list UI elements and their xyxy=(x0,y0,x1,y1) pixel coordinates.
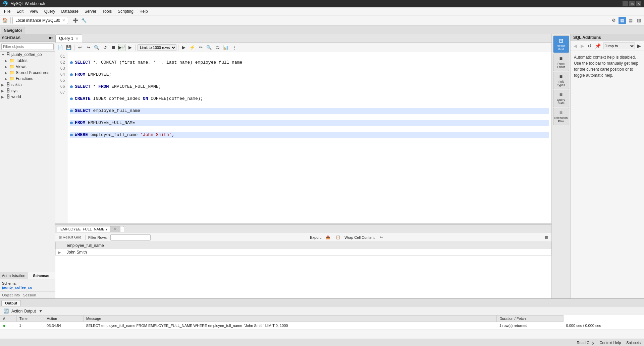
result-th-employee-full-name: employee_full_name xyxy=(64,242,551,249)
tree-item-stored-procedures[interactable]: ▶ 📁 Stored Procedures xyxy=(0,70,55,76)
tree-item-functions[interactable]: ▶ 📁 Functions xyxy=(0,76,55,82)
form-editor-label: FormEditor xyxy=(557,62,565,69)
tab-administration[interactable]: Administration xyxy=(0,272,28,279)
filter-rows-label: Filter Rows: xyxy=(88,235,108,239)
code-content[interactable]: SELECT *, CONCAT (first_name, ' ', last_… xyxy=(67,52,551,223)
table-row[interactable]: ▶ John Smith xyxy=(56,249,551,256)
schema-inspector-button[interactable]: 🗂 xyxy=(214,44,221,51)
tree-item-tables[interactable]: ▶ 📁 Tables xyxy=(0,58,55,64)
code-text: SELECT employee_full_name xyxy=(75,108,140,114)
minimize-button[interactable]: ─ xyxy=(623,1,628,6)
result-tab-close[interactable]: ✕ xyxy=(110,226,120,232)
stop-button[interactable]: ⏹ xyxy=(110,44,117,51)
result-tab-employee[interactable]: EMPLOYEE_FULL_NAME 7 ✕ xyxy=(57,226,124,232)
view-toggle-3[interactable]: ▥ xyxy=(635,17,643,24)
filter-rows-input[interactable] xyxy=(110,234,151,240)
settings-button[interactable]: ⚙ xyxy=(610,17,618,24)
tab-schemas[interactable]: Schemas xyxy=(28,272,55,279)
output-message-cell: 1 row(s) returned xyxy=(497,322,564,330)
new-connection-button[interactable]: ➕ xyxy=(72,17,79,24)
object-info-tab[interactable]: Object Info xyxy=(2,293,20,297)
readonly-label[interactable]: Read Only xyxy=(577,341,594,345)
output-th-message: Message xyxy=(83,316,496,322)
menu-file[interactable]: File xyxy=(1,8,13,14)
tree-item-jaunty-coffee-co[interactable]: ▼ 🗄 jaunty_coffee_co xyxy=(0,52,55,58)
execute-all-button[interactable]: ▶⏎ xyxy=(118,44,125,51)
find-button[interactable]: 🔍 xyxy=(93,44,100,51)
limit-select[interactable]: Limit to 1000 rows Limit to 10 rows Limi… xyxy=(138,44,176,51)
code-line-67: WHERE employee_full_name='John Smith'; xyxy=(70,132,549,138)
code-text: WHERE employee_full_name='John Smith'; xyxy=(75,132,174,138)
stored-procedures-label: Stored Procedures xyxy=(16,70,49,75)
options-button[interactable]: ⋮ xyxy=(230,44,238,51)
result-grid-btn[interactable]: ⊞ Result Grid xyxy=(57,235,83,240)
execute-current-button[interactable]: ▶ xyxy=(180,44,187,51)
output-refresh-button[interactable]: 🔄 xyxy=(2,308,10,314)
execution-plan-side-btn[interactable]: ≡ ExecutionPlan xyxy=(553,108,569,125)
instance-tab-close[interactable]: ✕ xyxy=(62,18,65,22)
query-tab-1[interactable]: Query 1 ✕ xyxy=(55,34,82,43)
export-csv-button[interactable]: 📥 xyxy=(324,235,332,240)
explain-button[interactable]: ⚡ xyxy=(189,44,196,51)
pin-button[interactable]: 📌 xyxy=(594,43,602,49)
new-tab-button[interactable]: 📄 xyxy=(57,44,64,51)
home-button[interactable]: 🏠 xyxy=(1,17,9,24)
beautify-button[interactable]: ✏ xyxy=(197,44,204,51)
row-arrow: ▶ xyxy=(56,249,64,256)
forward-button[interactable]: ▶ xyxy=(580,43,585,49)
database-icon: 🗄 xyxy=(6,52,10,57)
result-toolbar: ⊞ Result Grid Filter Rows: Export: 📥 📋 W… xyxy=(55,233,551,242)
tree-item-world[interactable]: ▶ 🗄 world xyxy=(0,94,55,100)
code-line-65: SELECT employee_full_name xyxy=(70,108,549,114)
back-button[interactable]: ◀ xyxy=(573,43,578,49)
output-toolbar: 🔄 Action Output ▼ xyxy=(0,307,644,315)
wrap-toggle[interactable]: ⇔ xyxy=(378,235,384,240)
close-button[interactable]: ✕ xyxy=(636,1,641,6)
session-tab[interactable]: Session xyxy=(23,293,36,297)
result-view-toggle[interactable]: ▦ xyxy=(543,235,549,240)
line-marker xyxy=(70,73,73,76)
menu-query[interactable]: Query xyxy=(42,8,58,14)
view-toggle-1[interactable]: ▦ xyxy=(619,17,626,24)
tree-item-views[interactable]: ▶ 📁 Views xyxy=(0,64,55,70)
field-types-side-btn[interactable]: ≡ FieldTypes xyxy=(553,72,569,89)
app-title: MySQL Workbench xyxy=(10,1,621,6)
save-button[interactable]: 💾 xyxy=(65,44,72,51)
restore-button[interactable]: ▭ xyxy=(629,1,635,6)
menu-view[interactable]: View xyxy=(27,8,41,14)
view-toggle-2[interactable]: ▤ xyxy=(627,17,634,24)
editor-area: Query 1 ✕ 📄 💾 ↩ ↪ 🔍 ↺ ⏹ ▶⏎ ▶ Limit to 10… xyxy=(55,34,551,298)
execute-button[interactable]: ▶ xyxy=(126,44,134,51)
search-button[interactable]: 🔍 xyxy=(205,44,213,51)
snippets-label[interactable]: Snippets xyxy=(626,341,641,345)
tree-item-sys[interactable]: ▶ 🗄 sys xyxy=(0,88,55,94)
refresh-nav-button[interactable]: ↺ xyxy=(587,43,593,49)
tree-arrow: ▶ xyxy=(5,65,8,69)
filter-input[interactable] xyxy=(1,43,54,50)
right-panel-content: Automatic context help is disabled. Use … xyxy=(571,51,644,298)
context-help-label[interactable]: Context Help xyxy=(600,341,621,345)
sidebar-collapse-icon[interactable]: ⇤ xyxy=(49,35,53,41)
menu-scripting[interactable]: Scripting xyxy=(115,8,136,14)
menu-database[interactable]: Database xyxy=(59,8,81,14)
query-tab-close[interactable]: ✕ xyxy=(75,37,78,41)
titlebar: 🐬 MySQL Workbench ─ ▭ ✕ xyxy=(0,0,644,7)
menu-tools[interactable]: Tools xyxy=(100,8,114,14)
query-stats-button[interactable]: 📊 xyxy=(222,44,229,51)
manage-connections-button[interactable]: 🔧 xyxy=(80,17,88,24)
result-grid-side-btn[interactable]: ⊞ ResultGrid xyxy=(553,36,569,53)
jump-to-select[interactable]: Jump to xyxy=(603,43,635,49)
export-xls-button[interactable]: 📋 xyxy=(334,235,342,240)
menu-help[interactable]: Help xyxy=(137,8,151,14)
menu-server[interactable]: Server xyxy=(82,8,99,14)
jump-go-button[interactable]: ▶ xyxy=(636,43,642,49)
output-dropdown-button[interactable]: ▼ xyxy=(37,308,44,314)
refresh-button[interactable]: ↺ xyxy=(101,44,109,51)
menu-edit[interactable]: Edit xyxy=(14,8,26,14)
output-tab[interactable]: Output xyxy=(1,300,21,306)
form-editor-side-btn[interactable]: ≡ FormEditor xyxy=(553,54,569,71)
undo-button[interactable]: ↩ xyxy=(76,44,84,51)
tree-item-sakila[interactable]: ▶ 🗄 sakila xyxy=(0,82,55,88)
query-stats-side-btn[interactable]: ≡ QueryStats xyxy=(553,90,569,107)
redo-button[interactable]: ↪ xyxy=(85,44,92,51)
